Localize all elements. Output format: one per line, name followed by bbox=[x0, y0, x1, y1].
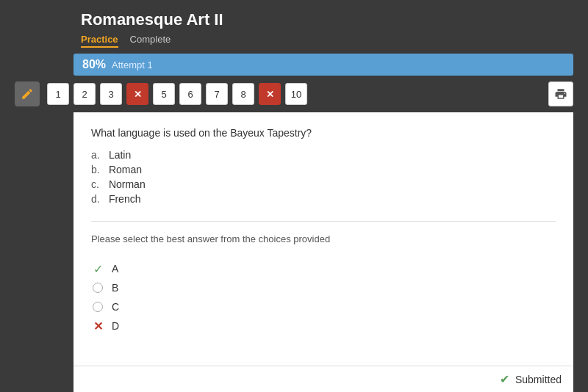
choice-b-label: B bbox=[112, 282, 118, 294]
choice-a[interactable]: ✓ A bbox=[91, 259, 556, 278]
toolbar: 1 2 3 ✕ 5 6 7 8 ✕ 10 bbox=[0, 76, 588, 112]
tabs: Practice Complete bbox=[81, 32, 573, 48]
page-title: Romanesque Art II bbox=[81, 10, 573, 29]
answer-a-text: Latin bbox=[109, 149, 131, 161]
submitted-icon: ✔ bbox=[500, 372, 509, 386]
question-btn-3[interactable]: 3 bbox=[100, 83, 122, 105]
pencil-button[interactable] bbox=[15, 81, 40, 106]
choice-a-label: A bbox=[112, 263, 118, 275]
question-btn-4[interactable]: ✕ bbox=[126, 83, 148, 105]
answer-list: a. Latin b. Roman c. Norman d. French bbox=[91, 148, 556, 206]
answer-b-letter: b. bbox=[91, 164, 106, 175]
instruction-text: Please select the best answer from the c… bbox=[91, 221, 556, 244]
progress-attempt: Attempt 1 bbox=[112, 59, 153, 70]
question-btn-1[interactable]: 1 bbox=[47, 83, 69, 105]
radio-empty-icon bbox=[93, 283, 103, 293]
tab-practice[interactable]: Practice bbox=[81, 32, 118, 48]
question-text: What language is used on the Bayeux Tape… bbox=[91, 127, 556, 139]
tab-complete[interactable]: Complete bbox=[130, 32, 171, 48]
answer-c-text: Norman bbox=[109, 178, 146, 190]
pencil-icon bbox=[21, 87, 34, 101]
choice-c[interactable]: C bbox=[91, 297, 556, 316]
answer-d: d. French bbox=[91, 192, 556, 206]
choice-b[interactable]: B bbox=[91, 278, 556, 297]
question-btn-2[interactable]: 2 bbox=[74, 83, 96, 105]
question-btn-10[interactable]: 10 bbox=[285, 83, 307, 105]
answer-a: a. Latin bbox=[91, 148, 556, 162]
print-button[interactable] bbox=[548, 81, 573, 106]
question-btn-9[interactable]: ✕ bbox=[259, 83, 281, 105]
question-btn-6[interactable]: 6 bbox=[179, 83, 201, 105]
choice-d-indicator: ✕ bbox=[91, 319, 104, 333]
answer-c: c. Norman bbox=[91, 177, 556, 192]
question-btn-5[interactable]: 5 bbox=[153, 83, 175, 105]
checkmark-icon: ✓ bbox=[93, 262, 103, 276]
choice-d[interactable]: ✕ D bbox=[91, 316, 556, 335]
x-mark-icon: ✕ bbox=[93, 319, 103, 333]
choice-c-label: C bbox=[112, 301, 119, 313]
print-icon bbox=[554, 87, 567, 101]
answer-d-text: French bbox=[109, 193, 141, 205]
progress-bar: 80% Attempt 1 bbox=[74, 54, 573, 76]
footer: ✔ Submitted bbox=[74, 366, 573, 392]
question-btn-8[interactable]: 8 bbox=[232, 83, 254, 105]
answer-b-text: Roman bbox=[109, 164, 142, 175]
answer-b: b. Roman bbox=[91, 162, 556, 177]
choice-b-indicator bbox=[91, 281, 104, 294]
answer-d-letter: d. bbox=[91, 193, 106, 205]
choice-c-indicator bbox=[91, 300, 104, 313]
content-area: What language is used on the Bayeux Tape… bbox=[74, 112, 573, 366]
progress-percent: 80% bbox=[82, 58, 106, 71]
choice-a-indicator: ✓ bbox=[91, 262, 104, 275]
choices-list: ✓ A B C ✕ D bbox=[91, 259, 556, 335]
choice-d-label: D bbox=[112, 320, 119, 332]
question-btn-7[interactable]: 7 bbox=[206, 83, 228, 105]
header: Romanesque Art II Practice Complete bbox=[0, 0, 588, 54]
answer-c-letter: c. bbox=[91, 178, 106, 190]
answer-a-letter: a. bbox=[91, 149, 106, 161]
radio-empty-icon-c bbox=[93, 302, 103, 312]
submitted-text: Submitted bbox=[515, 374, 562, 385]
